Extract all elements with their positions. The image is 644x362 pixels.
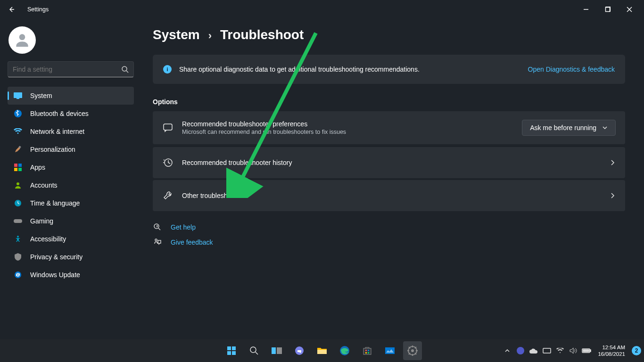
svg-point-11 — [17, 182, 19, 185]
gear-icon — [407, 346, 418, 356]
back-button[interactable] — [4, 2, 19, 17]
give-feedback-link[interactable]: Give feedback — [171, 239, 213, 246]
preference-dropdown[interactable]: Ask me before running — [522, 120, 616, 136]
svg-rect-36 — [385, 347, 395, 354]
settings-button[interactable] — [403, 341, 422, 360]
sidebar-item-label: Accounts — [30, 181, 58, 189]
apps-icon — [13, 163, 23, 172]
sidebar-item-accounts[interactable]: Accounts — [8, 176, 134, 194]
search-icon — [249, 346, 259, 355]
search-icon — [121, 66, 129, 73]
svg-rect-32 — [365, 350, 367, 351]
update-icon — [13, 270, 23, 280]
explorer-button[interactable] — [313, 341, 331, 360]
volume-tray-icon[interactable] — [569, 346, 578, 355]
window-controls — [575, 2, 640, 17]
folder-icon — [317, 346, 327, 355]
svg-rect-43 — [583, 350, 589, 352]
give-feedback-row[interactable]: Give feedback — [153, 238, 625, 247]
sidebar-item-time[interactable]: Time & language — [8, 194, 134, 212]
clock[interactable]: 12:54 AM 16/08/2021 — [598, 344, 625, 357]
sidebar-item-privacy[interactable]: Privacy & security — [8, 248, 134, 266]
svg-point-18 — [154, 224, 159, 229]
svg-rect-34 — [365, 352, 367, 354]
search-input[interactable] — [8, 61, 134, 77]
taskbar-center — [222, 341, 422, 360]
sidebar-item-personalization[interactable]: Personalization — [8, 140, 134, 158]
svg-rect-23 — [227, 351, 231, 355]
maximize-icon — [605, 7, 611, 12]
get-help-link[interactable]: Get help — [171, 223, 196, 231]
wifi-tray-icon[interactable] — [555, 346, 565, 355]
onedrive-tray-icon[interactable] — [529, 346, 538, 355]
arrow-left-icon — [8, 6, 15, 13]
sidebar-item-label: Apps — [30, 164, 45, 171]
breadcrumb: System › Troubleshoot — [153, 27, 625, 42]
card-subtitle: Microsoft can recommend and run troubles… — [182, 129, 346, 135]
sidebar-item-label: Time & language — [30, 199, 80, 207]
svg-rect-21 — [227, 346, 231, 350]
svg-rect-16 — [164, 124, 172, 130]
chat-icon — [162, 122, 173, 133]
store-button[interactable] — [358, 341, 377, 360]
card-troubleshooter-preferences[interactable]: Recommended troubleshooter preferences M… — [153, 111, 625, 144]
close-button[interactable] — [619, 2, 640, 17]
open-diagnostics-link[interactable]: Open Diagnostics & feedback — [528, 66, 615, 73]
svg-rect-27 — [277, 347, 282, 354]
search-field[interactable] — [13, 66, 121, 73]
svg-rect-7 — [14, 164, 17, 167]
chat-button[interactable] — [290, 341, 309, 360]
teams-tray-icon[interactable] — [516, 346, 525, 355]
avatar[interactable] — [8, 26, 36, 54]
sidebar-item-system[interactable]: System — [8, 87, 134, 105]
sidebar-item-label: System — [30, 92, 52, 99]
battery-tray-icon[interactable] — [582, 346, 591, 355]
notification-badge[interactable]: 2 — [632, 346, 641, 355]
breadcrumb-separator: › — [208, 30, 212, 42]
chevron-right-icon — [609, 192, 616, 199]
search-button[interactable] — [245, 341, 264, 360]
mail-button[interactable] — [380, 341, 399, 360]
page-title: Troubleshoot — [220, 27, 304, 42]
feedback-icon — [153, 238, 162, 247]
svg-point-1 — [19, 34, 25, 40]
keyboard-tray-icon[interactable] — [542, 346, 552, 355]
task-view-button[interactable] — [267, 341, 286, 360]
sidebar-item-gaming[interactable]: Gaming — [8, 212, 134, 230]
svg-point-38 — [411, 349, 414, 352]
section-title: Options — [153, 98, 625, 106]
chat-icon — [294, 346, 305, 356]
clock-icon — [13, 198, 23, 208]
svg-rect-40 — [543, 348, 551, 353]
sidebar: System Bluetooth & devices Network & int… — [0, 19, 141, 339]
card-other-troubleshooters[interactable]: Other troubleshooters — [153, 180, 625, 211]
svg-rect-3 — [14, 92, 22, 98]
main-content: System › Troubleshoot i Share optional d… — [141, 19, 644, 339]
paintbrush-icon — [13, 145, 23, 154]
minimize-button[interactable] — [575, 2, 597, 17]
titlebar: Settings — [0, 0, 644, 19]
picture-icon — [385, 347, 395, 354]
svg-rect-4 — [17, 98, 19, 99]
person-icon — [13, 31, 31, 49]
svg-rect-31 — [363, 348, 371, 354]
maximize-button[interactable] — [597, 2, 619, 17]
sidebar-item-update[interactable]: Windows Update — [8, 266, 134, 284]
get-help-row[interactable]: Get help — [153, 222, 625, 232]
sidebar-item-bluetooth[interactable]: Bluetooth & devices — [8, 105, 134, 123]
card-troubleshooter-history[interactable]: Recommended troubleshooter history — [153, 147, 625, 178]
task-view-icon — [272, 346, 282, 355]
svg-rect-26 — [272, 347, 276, 354]
card-title: Recommended troubleshooter preferences — [182, 120, 346, 128]
window-title: Settings — [27, 6, 49, 13]
sidebar-item-accessibility[interactable]: Accessibility — [8, 230, 134, 248]
bluetooth-icon — [13, 109, 23, 118]
start-button[interactable] — [222, 341, 241, 360]
sidebar-item-apps[interactable]: Apps — [8, 158, 134, 176]
svg-point-39 — [517, 347, 524, 354]
sidebar-item-network[interactable]: Network & internet — [8, 123, 134, 140]
tray-chevron-icon[interactable] — [503, 346, 512, 355]
edge-button[interactable] — [335, 341, 354, 360]
svg-point-14 — [17, 236, 19, 238]
breadcrumb-parent[interactable]: System — [153, 27, 200, 42]
